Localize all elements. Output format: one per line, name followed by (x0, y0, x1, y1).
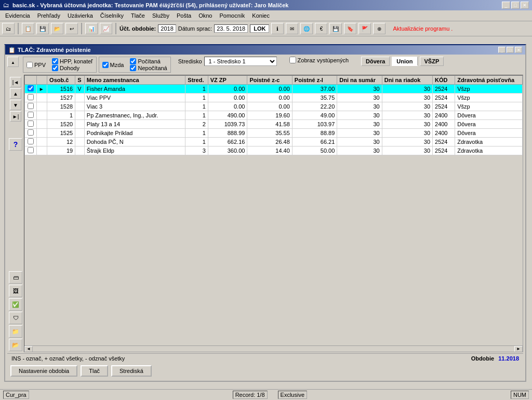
nepocitana-checkbox[interactable] (130, 65, 136, 71)
col-header-poist-zc[interactable]: Poistné z-c (247, 76, 292, 85)
globe-btn[interactable]: 🌐 (300, 23, 313, 34)
zobraz-checkbox[interactable] (289, 57, 296, 63)
flag-btn[interactable]: 🚩 (358, 23, 371, 34)
row-checkbox-cell[interactable] (25, 85, 37, 94)
menu-koniec[interactable]: Koniec (249, 11, 273, 20)
info-btn[interactable]: ℹ (271, 23, 284, 34)
tab-vszp[interactable]: VŠZP (420, 57, 444, 66)
dialog-close[interactable]: ✕ (515, 47, 522, 53)
bottom-icon-4[interactable]: 🛡 (9, 312, 22, 324)
col-header-poistovna[interactable]: Zdravotná poisťovňa (455, 76, 523, 85)
prev-record-btn[interactable]: ▲ (10, 88, 21, 99)
nastavenie-button[interactable]: Nastavenie obdobia (10, 365, 77, 377)
row-checkbox-cell[interactable] (25, 120, 37, 129)
nepocitana-checkbox-label[interactable]: Nepočítaná (130, 65, 167, 71)
toolbar-btn-4[interactable]: 📂 (51, 23, 63, 34)
dohody-checkbox-label[interactable]: Dohody (52, 65, 93, 71)
col-header-name[interactable]: Meno zamestnanca (84, 76, 185, 85)
col-header-stred[interactable]: Stred. (185, 76, 208, 85)
minimize-button[interactable]: _ (502, 2, 510, 9)
strediska-button[interactable]: Strediská (111, 365, 152, 377)
col-header-dni-riad[interactable]: Dni na riadok (382, 76, 432, 85)
toolbar-btn-7[interactable]: 📈 (100, 23, 112, 34)
zobraz-checkbox-label[interactable]: Zobraz vystúpených (289, 57, 349, 63)
row-checkbox-cell[interactable] (25, 129, 37, 138)
mzda-checkbox-label[interactable]: Mzda (102, 62, 124, 68)
table-row[interactable]: 1 Pp Zamestnanec, Ing., Judr. 1 490.00 1… (25, 111, 523, 120)
save2-btn[interactable]: 💾 (329, 23, 342, 34)
toolbar-btn-1[interactable]: 🗂 (2, 23, 15, 34)
menu-evidencia[interactable]: Evidencia (2, 11, 33, 20)
row-checkbox[interactable] (28, 112, 34, 118)
table-row[interactable]: ► 1516 V Fisher Amanda 1 0.00 0.00 37.00… (25, 85, 523, 94)
bottom-icon-3[interactable]: ✅ (9, 298, 22, 311)
dialog-minimize[interactable]: _ (498, 47, 506, 53)
table-row[interactable]: 19 Štrajk Eldp 3 360.00 14.40 50.00 30 3… (25, 146, 523, 155)
menu-prehlady[interactable]: Prehľady (34, 11, 63, 20)
last-record-btn[interactable]: ►| (10, 111, 21, 122)
hpp-checkbox[interactable] (52, 58, 58, 64)
tab-union[interactable]: Union (392, 57, 417, 66)
table-row[interactable]: 12 Dohoda PČ, N 1 662.16 26.48 66.21 30 … (25, 138, 523, 146)
table-row[interactable]: 1520 Platy 13 a 14 2 1039.73 41.58 103.9… (25, 120, 523, 129)
menu-ciselniky[interactable]: Číselníky (97, 11, 127, 20)
question-icon-btn[interactable] (9, 138, 22, 151)
stredisko-select[interactable]: 1 - Stredisko 1 (204, 57, 277, 66)
row-checkbox-cell[interactable] (25, 111, 37, 120)
dohody-checkbox[interactable] (52, 65, 58, 71)
nav-up-btn[interactable] (7, 57, 19, 67)
row-checkbox-cell[interactable] (25, 94, 37, 102)
bottom-icon-2[interactable]: 🖼 (9, 285, 22, 297)
row-checkbox[interactable] (28, 138, 34, 144)
menu-pomocnik[interactable]: Pomocník (216, 11, 248, 20)
menu-tlace[interactable]: Tlače (128, 11, 148, 20)
row-checkbox-cell[interactable] (25, 102, 37, 111)
col-header-kod[interactable]: KÓD (433, 76, 455, 85)
row-checkbox[interactable] (28, 121, 34, 127)
bottom-icon-6[interactable]: 📂 (9, 339, 22, 351)
menu-posta[interactable]: Pošta (174, 11, 194, 20)
bottom-icon-1[interactable]: 🗃 (9, 271, 22, 284)
toolbar-btn-5[interactable]: ↩ (65, 23, 78, 34)
bookmark-btn[interactable]: 🔖 (344, 23, 356, 34)
row-checkbox-cell[interactable] (25, 146, 37, 155)
close-button[interactable]: ✕ (521, 2, 529, 9)
menu-okno[interactable]: Okno (195, 11, 215, 20)
toolbar-btn-2[interactable]: 📋 (22, 23, 34, 34)
hpp-checkbox-label[interactable]: HPP, konateľ (52, 58, 93, 64)
tab-dovera[interactable]: Dôvera (361, 57, 390, 66)
table-row[interactable]: 1525 Podnikajte Príklad 1 888.99 35.55 8… (25, 129, 523, 138)
row-checkbox[interactable] (28, 147, 34, 153)
pocitana-checkbox[interactable] (130, 58, 136, 64)
row-checkbox-cell[interactable] (25, 138, 37, 146)
mail-btn[interactable]: ✉ (286, 23, 298, 34)
first-record-btn[interactable]: |◄ (10, 77, 21, 87)
col-header-vz[interactable]: VZ ZP (208, 76, 247, 85)
col-header-s[interactable]: S (75, 76, 85, 85)
dialog-maximize[interactable]: □ (507, 47, 514, 53)
row-checkbox[interactable] (28, 103, 34, 109)
menu-uzavierka[interactable]: Uzávierka (64, 11, 96, 20)
mzda-checkbox[interactable] (102, 62, 109, 68)
row-checkbox[interactable] (28, 85, 34, 91)
window-controls[interactable]: _ □ ✕ (502, 2, 529, 9)
euro-btn[interactable]: € (315, 23, 327, 34)
ppv-checkbox-label[interactable]: PPV (26, 62, 46, 68)
col-header-dni-sum[interactable]: Dni na sumár (337, 76, 382, 85)
horizontal-scrollbar[interactable]: ◄ ► (24, 345, 523, 352)
dialog-controls[interactable]: _ □ ✕ (498, 47, 522, 53)
bottom-icon-5[interactable]: 📁 (9, 325, 22, 338)
row-checkbox[interactable] (28, 129, 34, 136)
tlac-button[interactable]: Tlač (81, 365, 108, 377)
row-checkbox[interactable] (28, 94, 34, 100)
menu-sluzby[interactable]: Služby (149, 11, 172, 20)
ppv-checkbox[interactable] (26, 62, 33, 68)
toolbar-btn-6[interactable]: 📊 (85, 23, 98, 34)
maximize-button[interactable]: □ (511, 2, 520, 9)
plus-btn[interactable]: ⊕ (373, 23, 385, 34)
toolbar-btn-3[interactable]: 💾 (36, 23, 49, 34)
col-header-poist-zl[interactable]: Poistné z-l (292, 76, 337, 85)
col-header-osobc[interactable]: Osob.č (47, 76, 75, 85)
next-record-btn[interactable]: ▼ (10, 100, 21, 110)
table-row[interactable]: 1527 Viac PPV 1 0.00 0.00 35.75 30 30 25… (25, 94, 523, 102)
